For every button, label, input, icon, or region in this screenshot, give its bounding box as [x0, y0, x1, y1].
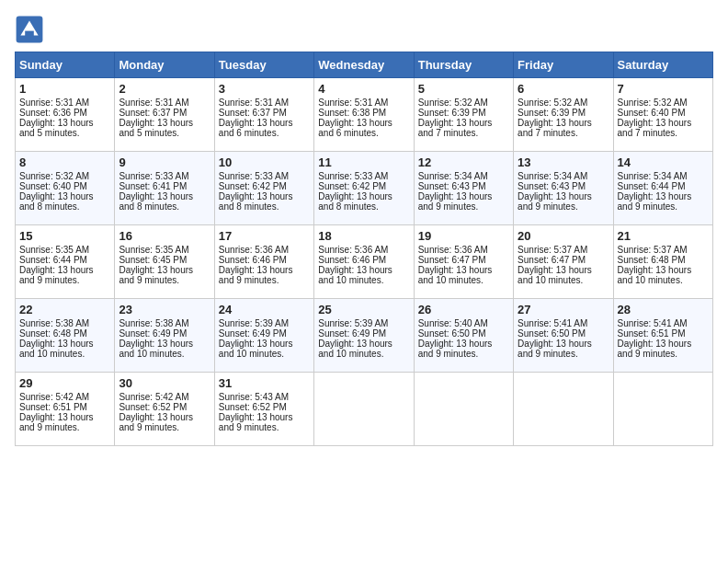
day-info-line: and 9 minutes.	[418, 201, 509, 212]
calendar-week-row: 8Sunrise: 5:32 AMSunset: 6:40 PMDaylight…	[16, 152, 713, 225]
day-info-line: and 9 minutes.	[119, 422, 210, 432]
day-info-line: and 8 minutes.	[119, 201, 210, 212]
day-info-line: Daylight: 13 hours	[318, 265, 409, 275]
day-info-line: and 10 minutes.	[318, 349, 409, 359]
day-info-line: Sunset: 6:39 PM	[518, 108, 609, 118]
day-info-line: and 9 minutes.	[518, 349, 609, 359]
calendar-cell: 7Sunrise: 5:32 AMSunset: 6:40 PMDaylight…	[613, 78, 712, 152]
day-info-line: Sunset: 6:49 PM	[119, 328, 210, 339]
day-info-line: Daylight: 13 hours	[518, 118, 609, 128]
calendar-cell: 8Sunrise: 5:32 AMSunset: 6:40 PMDaylight…	[16, 152, 115, 225]
day-info-line: Daylight: 13 hours	[19, 339, 110, 349]
day-number: 30	[119, 376, 210, 390]
calendar-cell: 18Sunrise: 5:36 AMSunset: 6:46 PMDayligh…	[314, 225, 414, 299]
day-info-line: Sunrise: 5:39 AM	[318, 318, 409, 328]
day-info-line: Sunrise: 5:37 AM	[518, 245, 609, 255]
day-info-line: and 8 minutes.	[318, 201, 409, 212]
day-info-line: Sunset: 6:36 PM	[19, 108, 110, 118]
calendar-cell: 22Sunrise: 5:38 AMSunset: 6:48 PMDayligh…	[16, 299, 115, 373]
day-number: 23	[119, 303, 210, 316]
day-info-line: Sunrise: 5:32 AM	[418, 98, 509, 108]
day-info-line: Daylight: 13 hours	[119, 191, 210, 201]
weekday-header: Tuesday	[214, 52, 313, 78]
calendar-cell: 9Sunrise: 5:33 AMSunset: 6:41 PMDaylight…	[115, 152, 214, 225]
day-info-line: Daylight: 13 hours	[618, 339, 709, 349]
day-number: 19	[418, 229, 509, 243]
calendar-cell: 10Sunrise: 5:33 AMSunset: 6:42 PMDayligh…	[214, 152, 313, 225]
calendar-table: SundayMondayTuesdayWednesdayThursdayFrid…	[15, 52, 713, 446]
day-info-line: and 7 minutes.	[418, 128, 509, 138]
calendar-header: SundayMondayTuesdayWednesdayThursdayFrid…	[16, 52, 713, 78]
calendar-cell: 4Sunrise: 5:31 AMSunset: 6:38 PMDaylight…	[314, 78, 414, 152]
calendar-cell: 16Sunrise: 5:35 AMSunset: 6:45 PMDayligh…	[115, 225, 214, 299]
day-number: 12	[418, 155, 509, 169]
logo	[15, 15, 48, 44]
day-info-line: Sunrise: 5:35 AM	[119, 245, 210, 255]
day-info-line: Sunrise: 5:38 AM	[119, 318, 210, 328]
calendar-week-row: 1Sunrise: 5:31 AMSunset: 6:36 PMDaylight…	[16, 78, 713, 152]
day-info-line: and 5 minutes.	[119, 128, 210, 138]
day-info-line: Sunset: 6:49 PM	[219, 328, 310, 339]
day-number: 26	[418, 303, 509, 316]
day-info-line: and 9 minutes.	[19, 422, 110, 432]
day-info-line: Daylight: 13 hours	[19, 191, 110, 201]
day-info-line: Sunset: 6:42 PM	[219, 181, 310, 191]
day-info-line: Daylight: 13 hours	[618, 118, 709, 128]
day-number: 10	[219, 155, 310, 169]
calendar-cell: 2Sunrise: 5:31 AMSunset: 6:37 PMDaylight…	[115, 78, 214, 152]
day-number: 31	[219, 376, 310, 390]
day-number: 27	[518, 303, 609, 316]
day-info-line: Sunrise: 5:40 AM	[418, 318, 509, 328]
weekday-header: Thursday	[414, 52, 513, 78]
calendar-cell: 25Sunrise: 5:39 AMSunset: 6:49 PMDayligh…	[314, 299, 414, 373]
calendar-cell: 27Sunrise: 5:41 AMSunset: 6:50 PMDayligh…	[514, 299, 613, 373]
day-info-line: Sunset: 6:48 PM	[618, 255, 709, 265]
day-info-line: Sunset: 6:50 PM	[418, 328, 509, 339]
day-info-line: Sunset: 6:43 PM	[418, 181, 509, 191]
day-info-line: Sunrise: 5:32 AM	[618, 98, 709, 108]
day-info-line: Sunrise: 5:33 AM	[119, 171, 210, 181]
day-info-line: and 9 minutes.	[618, 349, 709, 359]
calendar-cell: 23Sunrise: 5:38 AMSunset: 6:49 PMDayligh…	[115, 299, 214, 373]
day-number: 25	[318, 303, 409, 316]
day-info-line: and 9 minutes.	[19, 275, 110, 285]
weekday-header: Friday	[514, 52, 613, 78]
day-info-line: Daylight: 13 hours	[219, 265, 310, 275]
day-info-line: Daylight: 13 hours	[418, 339, 509, 349]
calendar-cell: 21Sunrise: 5:37 AMSunset: 6:48 PMDayligh…	[613, 225, 712, 299]
day-info-line: Daylight: 13 hours	[119, 265, 210, 275]
day-info-line: Sunset: 6:52 PM	[219, 402, 310, 412]
day-info-line: Sunset: 6:45 PM	[119, 255, 210, 265]
day-number: 24	[219, 303, 310, 316]
day-number: 15	[19, 229, 110, 243]
day-info-line: and 5 minutes.	[19, 128, 110, 138]
day-info-line: Sunrise: 5:36 AM	[318, 245, 409, 255]
day-info-line: and 9 minutes.	[418, 349, 509, 359]
day-info-line: Sunrise: 5:41 AM	[518, 318, 609, 328]
day-info-line: Sunrise: 5:36 AM	[219, 245, 310, 255]
calendar-cell: 15Sunrise: 5:35 AMSunset: 6:44 PMDayligh…	[16, 225, 115, 299]
day-info-line: Sunrise: 5:33 AM	[318, 171, 409, 181]
day-info-line: Sunrise: 5:35 AM	[19, 245, 110, 255]
day-info-line: Sunset: 6:51 PM	[19, 402, 110, 412]
day-info-line: Sunrise: 5:31 AM	[19, 98, 110, 108]
day-info-line: Sunset: 6:47 PM	[418, 255, 509, 265]
calendar-week-row: 22Sunrise: 5:38 AMSunset: 6:48 PMDayligh…	[16, 299, 713, 373]
day-info-line: Daylight: 13 hours	[219, 412, 310, 422]
calendar-cell: 14Sunrise: 5:34 AMSunset: 6:44 PMDayligh…	[613, 152, 712, 225]
day-info-line: and 6 minutes.	[318, 128, 409, 138]
day-info-line: Sunrise: 5:31 AM	[119, 98, 210, 108]
day-number: 28	[618, 303, 709, 316]
calendar-week-row: 15Sunrise: 5:35 AMSunset: 6:44 PMDayligh…	[16, 225, 713, 299]
day-info-line: Sunrise: 5:34 AM	[418, 171, 509, 181]
day-info-line: Sunset: 6:43 PM	[518, 181, 609, 191]
day-number: 22	[19, 303, 110, 316]
day-number: 4	[318, 82, 409, 96]
day-number: 2	[119, 82, 210, 96]
day-info-line: Daylight: 13 hours	[119, 118, 210, 128]
svg-rect-2	[25, 31, 34, 37]
day-info-line: Daylight: 13 hours	[19, 265, 110, 275]
day-number: 11	[318, 155, 409, 169]
calendar-cell: 29Sunrise: 5:42 AMSunset: 6:51 PMDayligh…	[16, 373, 115, 446]
day-number: 13	[518, 155, 609, 169]
